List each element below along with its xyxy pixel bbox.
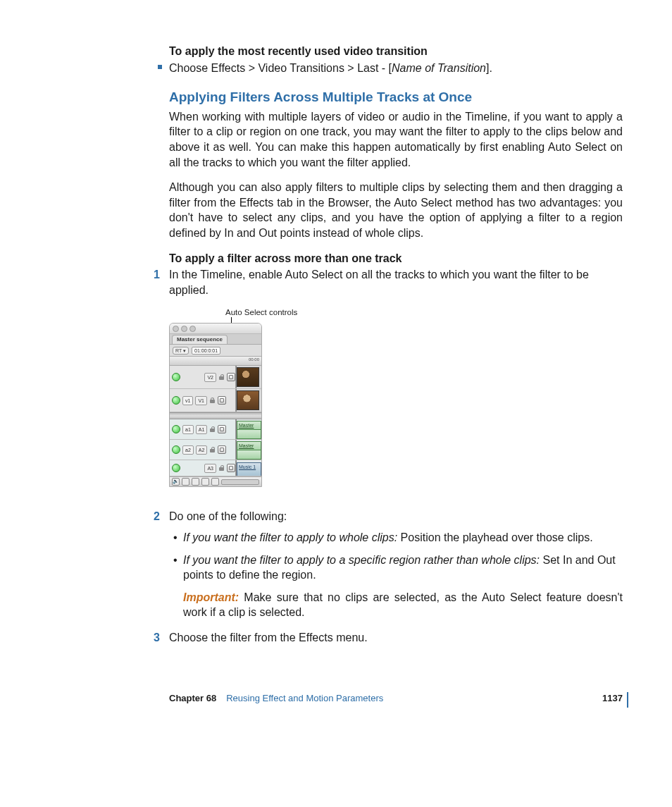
window-titlebar: [170, 324, 261, 334]
autoselect-toggle: [227, 464, 235, 472]
option-a-condition: If you want the filter to apply to whole…: [183, 531, 397, 543]
chapter-title: Reusing Effect and Motion Parameters: [226, 692, 383, 705]
square-bullet-icon: [158, 65, 162, 69]
visibility-led-icon: [172, 396, 180, 405]
apply-recent-transition-heading: To apply the most recently used video tr…: [169, 44, 623, 59]
sequence-tab: Master sequence: [172, 335, 228, 344]
video-clip-thumb: [237, 367, 259, 387]
step-number-1: 1: [154, 267, 160, 283]
audibility-led-icon: [172, 425, 180, 433]
step-text-pre: Choose Effects > Video Transitions > Las…: [169, 62, 392, 74]
filters-para-1: When working with multiple layers of vid…: [169, 109, 623, 170]
dest-v1: V1: [195, 396, 207, 405]
music-clip: Music 1: [237, 462, 261, 476]
video-clip-thumb: [237, 390, 259, 410]
zoom-slider: [221, 479, 259, 485]
applying-filters-heading: Applying Filters Across Multiple Tracks …: [169, 88, 623, 106]
dest-a2: A2: [196, 445, 208, 455]
tab-row: Master sequence: [170, 334, 261, 345]
track-v1: v1 V1: [170, 389, 261, 412]
track-a3: A3 Music 1: [170, 460, 261, 476]
track-a2: a2 A2 Master sh: [170, 440, 261, 460]
dest-a3: A3: [204, 464, 216, 473]
step-number-2: 2: [154, 509, 160, 524]
timeline-screenshot: Auto Select controls Master sequence RT …: [169, 310, 623, 492]
lock-icon: [209, 398, 216, 404]
step-2: 2 Do one of the following: If you want t…: [169, 509, 623, 620]
important-text: Make sure that no clips are selected, as…: [183, 591, 623, 619]
option-b: If you want the filter to apply to a spe…: [183, 553, 623, 620]
option-b-condition: If you want the filter to apply to a spe…: [183, 554, 540, 566]
visibility-led-icon: [172, 373, 180, 381]
track-a1: a1 A1 Master sh: [170, 419, 261, 440]
timeline-window: Master sequence RT ▾ 01:00:0:01 00:00 V2: [169, 323, 262, 487]
autoselect-toggle: [218, 445, 226, 454]
traffic-light-icon: [181, 326, 187, 332]
ruler: 00:00: [170, 357, 261, 366]
lock-icon: [209, 447, 216, 453]
rt-popup: RT ▾: [173, 347, 189, 355]
step-3-text: Choose the filter from the Effects menu.: [169, 632, 368, 643]
dest-v2: V2: [204, 373, 216, 382]
track-v2: V2: [170, 366, 261, 389]
autoselect-toggle: [227, 373, 235, 381]
apply-filter-multi-track-heading: To apply a filter across more than one t…: [169, 251, 623, 266]
transition-name-placeholder: Name of Transition: [392, 62, 486, 74]
timecode-field: 01:00:0:01: [192, 347, 220, 355]
traffic-light-icon: [173, 326, 179, 332]
traffic-light-icon: [189, 326, 196, 332]
important-label: Important:: [183, 591, 239, 603]
dest-a1: A1: [196, 425, 208, 434]
timeline-footer: [170, 476, 261, 486]
audio-clip: [237, 450, 261, 460]
chapter-label: Chapter 68: [169, 692, 216, 705]
step-number-3: 3: [154, 630, 160, 646]
step-1: 1 In the Timeline, enable Auto Select on…: [169, 267, 623, 492]
track-separator: [170, 412, 261, 419]
mute-icon: [172, 478, 180, 486]
page-footer: Chapter 68 Reusing Effect and Motion Par…: [169, 692, 623, 705]
callout-autoselect: Auto Select controls: [225, 307, 297, 319]
autoselect-toggle: [218, 425, 226, 433]
option-a-action: Position the playhead over those clips.: [397, 531, 593, 543]
option-a: If you want the filter to apply to whole…: [183, 530, 623, 546]
page-number: 1137: [602, 692, 623, 705]
filters-para-2: Although you can also apply filters to m…: [169, 180, 623, 240]
audibility-led-icon: [172, 464, 180, 472]
step-3: 3 Choose the filter from the Effects men…: [169, 630, 623, 646]
toggle-icon: [211, 478, 219, 486]
recent-transition-step: Choose Effects > Video Transitions > Las…: [169, 61, 623, 76]
page-edge-rule: [627, 692, 628, 708]
step-text-post: ].: [486, 62, 492, 74]
src-a2: a2: [182, 445, 194, 455]
toolbar-row: RT ▾ 01:00:0:01: [170, 345, 261, 357]
audibility-led-icon: [172, 445, 180, 454]
src-v1: v1: [182, 396, 193, 405]
toggle-icon: [182, 478, 189, 486]
audio-clip: [237, 429, 261, 439]
step-1-text: In the Timeline, enable Auto Select on a…: [169, 269, 589, 296]
lock-icon: [218, 465, 225, 472]
toggle-icon: [192, 478, 199, 486]
autoselect-toggle: [218, 396, 226, 405]
toggle-icon: [201, 478, 209, 486]
lock-icon: [218, 374, 225, 381]
step-2-text: Do one of the following:: [169, 510, 287, 522]
lock-icon: [209, 426, 216, 433]
src-a1: a1: [182, 425, 194, 434]
